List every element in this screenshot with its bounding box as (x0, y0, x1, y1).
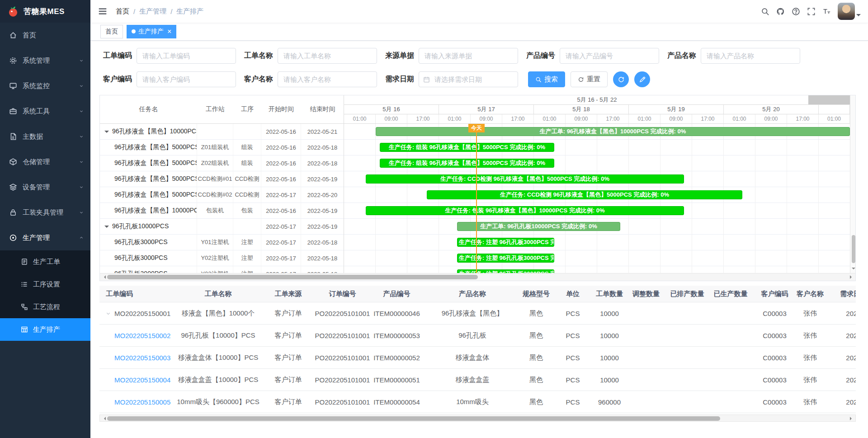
gantt-bar[interactable]: 生产任务: 注塑 96孔孔板3000PCS 完成比例: 0% (457, 269, 554, 273)
table-row[interactable]: MO20220515000296孔孔板【10000】PCS客户订单PO20220… (99, 325, 856, 347)
gantt-task-row[interactable]: 96孔移液盒【黑色】5000PCSZ02组装机组装2022-05-162022-… (100, 155, 344, 171)
reset-button[interactable]: 重置 (571, 71, 608, 87)
gantt-bar[interactable]: 生产工单: 96孔移液盒【黑色】10000PCS 完成比例: 0% (376, 127, 850, 136)
gantt-bar[interactable]: 生产任务: 注塑 96孔孔板3000PCS 完成比例: 0% (457, 254, 554, 263)
gantt-vertical-scrollbar[interactable] (850, 95, 856, 273)
refresh-button[interactable] (613, 71, 629, 87)
expand-arrow-icon[interactable] (105, 310, 112, 317)
table-row[interactable]: MO202205150004移液盒盒盖【10000】PCS客户订单PO20220… (99, 369, 856, 391)
gantt-task-row[interactable]: 96孔移液盒【黑色】10000PCS包装机包装2022-05-162022-05… (100, 203, 344, 219)
order-code-link[interactable]: MO202205150003 (114, 354, 170, 362)
timeline-time-label: 01:00 (534, 114, 566, 123)
sidebar-menu: 首页系统管理系统监控系统工具主数据仓储管理设备管理工装夹具管理生产管理生产工单工… (0, 23, 90, 438)
gantt-task-row[interactable]: 96孔移液盒【黑色】5000PCSZ01组装机组装2022-05-162022-… (100, 140, 344, 155)
breadcrumb-item[interactable]: 生产管理 (139, 7, 166, 16)
logo-fruit-icon (7, 5, 19, 17)
today-line (476, 124, 477, 273)
scroll-right-arrow-icon[interactable] (848, 273, 855, 281)
sidebar-item-system-tools[interactable]: 系统工具 (0, 99, 90, 124)
order-code-link[interactable]: MO202205150005 (114, 398, 170, 406)
customer-name-input[interactable] (278, 71, 377, 87)
horizontal-scrollbar-thumb[interactable] (107, 275, 478, 279)
app-logo[interactable]: 苦糖果MES (0, 0, 90, 23)
source-doc-input[interactable] (419, 48, 518, 64)
gantt-cell-end: 2022-05-18 (301, 235, 344, 250)
sidebar-subitem-scheduling[interactable]: 生产排产 (0, 318, 90, 341)
product-name-input[interactable] (701, 48, 800, 64)
orders-cell-due: 2022 (826, 376, 856, 384)
font-size-icon[interactable] (819, 4, 834, 19)
work-order-name-input[interactable] (278, 48, 377, 64)
order-code-link[interactable]: MO202205150002 (114, 332, 170, 339)
menu-toggle-icon[interactable] (98, 6, 108, 16)
orders-horizontal-scrollbar[interactable] (99, 414, 856, 422)
sidebar-subitem-work-order[interactable]: 生产工单 (0, 250, 90, 273)
gantt-task-row[interactable]: 96孔移液盒【黑色】5000PCSCCD检测#02CCD检测2022-05-17… (100, 187, 344, 203)
table-row[interactable]: MO202205150001移液盒【黑色】10000个客户订单PO2022051… (99, 302, 856, 325)
sidebar-item-equipment-mgmt[interactable]: 设备管理 (0, 174, 90, 200)
gantt-bar[interactable]: 生产工单: 96孔孔板10000PCS 完成比例: 0% (457, 222, 620, 231)
scroll-down-arrow-icon[interactable] (852, 268, 855, 271)
gantt-bar[interactable]: 生产任务: CCD检测 96孔移液盒【黑色】5000PCS 完成比例: 0% (427, 190, 742, 199)
gantt-bar[interactable]: 生产任务: 组装 96孔移液盒【黑色】5000PCS 完成比例: 0% (380, 159, 554, 168)
scroll-left-arrow-icon[interactable] (100, 273, 108, 281)
sidebar-item-system-monitor[interactable]: 系统监控 (0, 73, 90, 99)
vertical-scrollbar-thumb[interactable] (852, 235, 855, 263)
gantt-bar[interactable]: 生产任务: 组装 96孔移液盒【黑色】5000PCS 完成比例: 0% (380, 143, 554, 152)
orders-cell-unit: PCS (550, 398, 595, 406)
gantt-task-row[interactable]: 96孔孔板3000PCSY02注塑机注塑2022-05-172022-05-18 (100, 250, 344, 266)
help-icon[interactable] (788, 4, 803, 19)
collapse-arrow-icon[interactable] (104, 131, 109, 135)
gantt-task-row[interactable]: 96孔孔板10000PCS2022-05-172022-05-19 (100, 219, 344, 235)
gantt-cell-process (233, 124, 261, 139)
orders-cell-product_no: ITEM00000053 (371, 332, 423, 339)
orders-cell-customer_code: C00003 (755, 354, 794, 362)
gantt-task-row[interactable]: 96孔孔板3000PCSY01注塑机注塑2022-05-172022-05-18 (100, 235, 344, 250)
sidebar-item-master-data[interactable]: 主数据 (0, 124, 90, 149)
gantt-task-row[interactable]: 96孔孔板3000PCSY03注塑机注塑2022-05-172022-05-18 (100, 266, 344, 273)
search-icon[interactable] (757, 4, 773, 19)
timeline-day-label: 5月 17 (439, 105, 534, 114)
due-date-input[interactable] (419, 71, 518, 87)
scroll-left-arrow-icon[interactable] (100, 415, 108, 422)
sidebar-item-warehouse-mgmt[interactable]: 仓储管理 (0, 149, 90, 174)
tab-close-icon[interactable]: × (167, 28, 171, 35)
work-order-code-input[interactable] (137, 48, 236, 64)
order-code-link[interactable]: MO202205150004 (114, 376, 170, 384)
sidebar-item-home[interactable]: 首页 (0, 23, 90, 48)
sidebar-subitem-process-flow[interactable]: 工艺流程 (0, 296, 90, 318)
scroll-right-arrow-icon[interactable] (848, 415, 855, 422)
edit-button[interactable] (634, 71, 650, 87)
gantt-bar[interactable]: 生产任务: CCD检测 96孔移液盒【黑色】5000PCS 完成比例: 0% (366, 174, 684, 184)
table-row[interactable]: MO202205150003移液盒盒体【10000】PCS客户订单PO20220… (99, 347, 856, 369)
gantt-horizontal-scrollbar[interactable] (100, 273, 855, 281)
gantt-bar[interactable]: 生产任务: 注塑 96孔孔板3000PCS 完成比例: 0% (457, 238, 554, 247)
collapse-arrow-icon[interactable] (104, 226, 109, 230)
sidebar-subitem-process-setting[interactable]: 工序设置 (0, 273, 90, 296)
sidebar-item-system-mgmt[interactable]: 系统管理 (0, 48, 90, 73)
gantt-timeline-row: 生产任务: CCD检测 96孔移液盒【黑色】5000PCS 完成比例: 0% (344, 171, 850, 187)
tools-icon (9, 107, 17, 115)
search-icon (535, 76, 542, 83)
table-row[interactable]: MO20220515000510mm吸头【960000】PCS客户订单PO202… (99, 391, 856, 413)
filter-product-no: 产品编号 (526, 48, 659, 64)
sidebar-item-fixture-mgmt[interactable]: 工装夹具管理 (0, 200, 90, 225)
github-icon[interactable] (773, 4, 788, 19)
sidebar-item-production-mgmt[interactable]: 生产管理 (0, 225, 90, 250)
product-no-input[interactable] (560, 48, 659, 64)
tab-home[interactable]: 首页 (100, 25, 123, 38)
task-name: 96孔孔板3000PCS (114, 238, 168, 246)
horizontal-scrollbar-thumb[interactable] (107, 416, 720, 421)
gantt-task-row[interactable]: 96孔移液盒【黑色】10000PCS2022-05-162022-05-21 (100, 124, 344, 140)
customer-code-input[interactable] (137, 71, 236, 87)
fullscreen-icon[interactable] (803, 4, 819, 19)
breadcrumb-item[interactable]: 首页 (116, 7, 129, 16)
search-button[interactable]: 搜索 (528, 71, 565, 87)
user-menu[interactable] (838, 3, 861, 20)
gantt-task-row[interactable]: 96孔移液盒【黑色】5000PCSCCD检测#01CCD检测2022-05-16… (100, 171, 344, 187)
orders-cell-name: 移液盒盒盖【10000】PCS (174, 376, 262, 384)
tab-scheduling[interactable]: 生产排产× (127, 25, 176, 38)
gantt-bar[interactable]: 生产任务: 包装 96孔移液盒【黑色】10000PCS 完成比例: 0% (366, 206, 684, 215)
gantt-cell-task: 96孔孔板10000PCS (100, 219, 197, 234)
gantt-timeline-row: 生产任务: CCD检测 96孔移液盒【黑色】5000PCS 完成比例: 0% (344, 187, 850, 203)
